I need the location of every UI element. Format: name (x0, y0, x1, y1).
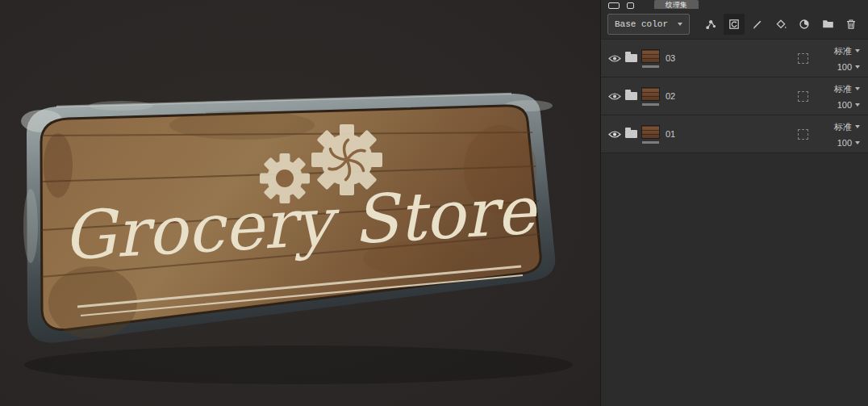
opacity-dropdown[interactable]: 100 (837, 62, 860, 72)
chevron-down-icon (855, 49, 860, 52)
opacity-value: 100 (837, 100, 852, 110)
trash-icon[interactable] (841, 14, 862, 35)
layer-list-empty-area[interactable] (601, 153, 868, 406)
mask-slot-icon[interactable] (798, 91, 808, 102)
layers-panel: 纹理集 Base color (600, 0, 868, 406)
brush-icon[interactable] (747, 14, 768, 35)
chevron-down-icon (855, 65, 860, 69)
mask-slot-icon[interactable] (798, 129, 808, 140)
grocery-sign-render: Grocery Store (0, 0, 600, 406)
layer-thumbnail[interactable] (641, 87, 660, 106)
visibility-eye-icon[interactable] (607, 92, 622, 101)
visibility-eye-icon[interactable] (607, 54, 622, 63)
mask-slot-icon[interactable] (798, 53, 808, 64)
layers-toolbar: Base color (601, 9, 868, 39)
viewport-3d[interactable]: Grocery Store (0, 0, 600, 406)
blend-mode-value: 标准 (834, 121, 852, 133)
layer-tools (700, 14, 862, 35)
opacity-dropdown[interactable]: 100 (837, 100, 860, 110)
projection-icon[interactable] (724, 14, 745, 35)
chevron-down-icon (855, 141, 860, 144)
opacity-value: 100 (837, 62, 852, 72)
panel-tab-strip: 纹理集 (601, 0, 868, 9)
pie-icon[interactable] (794, 14, 815, 35)
panel-tab-icon-2[interactable] (627, 2, 634, 9)
panel-tab-icon[interactable] (608, 2, 620, 9)
chevron-down-icon (855, 125, 860, 128)
blend-mode-value: 标准 (834, 45, 852, 57)
blend-mode-dropdown[interactable]: 标准 (834, 45, 860, 57)
channel-dropdown-value: Base color (615, 19, 668, 29)
texture-paint-app: Grocery Store 纹理集 Base color (0, 0, 868, 406)
channel-dropdown[interactable]: Base color (607, 14, 690, 35)
opacity-dropdown[interactable]: 100 (837, 138, 860, 148)
layer-row-03[interactable]: 03 标准 100 (601, 40, 868, 77)
fill-bucket-icon[interactable] (770, 14, 791, 35)
layer-thumbnail[interactable] (641, 49, 660, 68)
add-folder-icon[interactable] (817, 14, 838, 35)
blend-mode-value: 标准 (834, 83, 852, 95)
layer-name: 01 (666, 129, 675, 139)
layer-row-02[interactable]: 02 标准 100 (601, 77, 868, 115)
chevron-down-icon (855, 87, 860, 90)
folder-icon (625, 54, 637, 62)
chevron-down-icon (678, 23, 682, 26)
layer-row-01[interactable]: 01 标准 100 (601, 115, 868, 153)
layer-name: 02 (666, 91, 675, 101)
folder-icon (625, 92, 637, 100)
blend-mode-dropdown[interactable]: 标准 (834, 83, 860, 95)
folder-icon (625, 130, 637, 138)
layer-name: 03 (666, 53, 675, 63)
active-panel-tab[interactable]: 纹理集 (654, 0, 699, 9)
sign-shadow (24, 345, 573, 384)
layer-list: 03 标准 100 (601, 39, 868, 153)
particles-icon[interactable] (700, 14, 721, 35)
blend-mode-dropdown[interactable]: 标准 (834, 121, 860, 133)
layer-thumbnail[interactable] (641, 125, 660, 144)
opacity-value: 100 (837, 138, 852, 148)
chevron-down-icon (855, 103, 860, 107)
visibility-eye-icon[interactable] (607, 130, 622, 139)
